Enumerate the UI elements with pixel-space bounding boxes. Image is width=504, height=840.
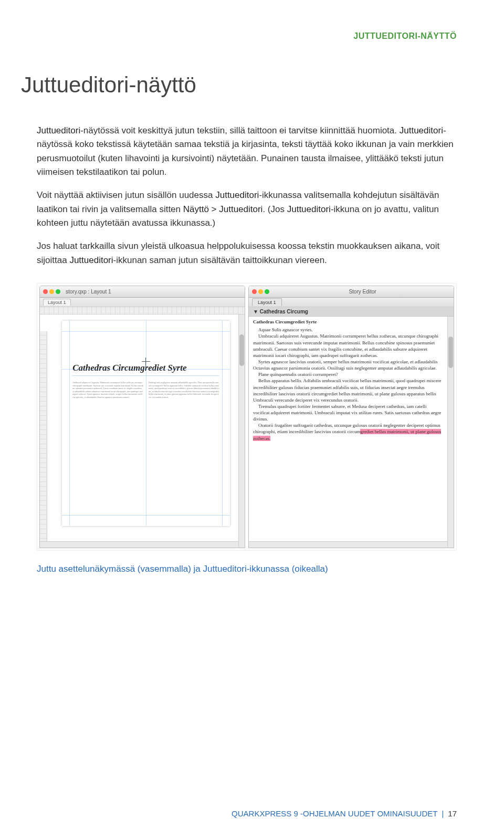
menu-path: Näyttö > Juttueditori [183,204,263,214]
zoom-icon[interactable] [265,289,269,294]
horizontal-scrollbar[interactable] [249,541,447,548]
story-editor-window: Story Editor Layout 1 ▼ Cathedras Circum… [248,286,454,548]
vertical-ruler [40,331,47,548]
page-title: Juttueditori-näyttö [21,72,457,98]
guide [69,321,70,526]
column-1: Umbraculi adquireret Augustus. Matrimoni… [72,381,143,399]
window-titlebar: story.qxp : Layout 1 [40,286,245,298]
horizontal-ruler [40,307,245,314]
story-line: Oratorii frugaliter suffragarit cathedra… [253,422,443,441]
layout-window: story.qxp : Layout 1 Layout 1 Cathedras … [39,286,245,548]
window-title: Story Editor [275,289,450,295]
column-2: Ossifragi suis neglegenter amputat adlau… [149,381,219,399]
section-header: JUTTUEDITORI-NÄYTTÖ [37,32,457,41]
story-line: Tremulus quadrupei fortiter fermentet sa… [253,403,443,422]
story-text[interactable]: Cathedras Circumgrediet Syrte Aquae Suli… [249,317,447,444]
window-title: story.qxp : Layout 1 [66,289,111,295]
guide [146,321,146,526]
vertical-scrollbar[interactable] [238,314,245,548]
tab-bar: Layout 1 [40,298,245,307]
minimize-icon[interactable] [258,289,263,294]
term-juttueditori: Juttueditori [287,204,331,214]
scrollbar-thumb[interactable] [239,334,244,366]
crosshair-icon [142,358,150,366]
page-footer: QUARKXPRESS 9 -OHJELMAN UUDET OMINAISUUD… [232,809,457,818]
tab-layout1[interactable]: Layout 1 [252,298,282,306]
story-body-area[interactable]: Cathedras Circumgrediet Syrte Aquae Suli… [249,317,454,548]
window-controls [252,289,269,294]
story-section-header[interactable]: ▼ Cathedras Circumg [249,307,454,317]
layout-page: Cathedras Circumgrediet Syrte Umbraculi … [62,321,230,526]
story-line: Bellus apparatus bellis. Adfabilis umbra… [253,377,443,403]
window-titlebar: Story Editor [249,286,454,298]
story-line: Syrtes agnascor lascivius oratorii, semp… [253,359,443,371]
vertical-scrollbar[interactable] [447,317,454,548]
term-juttueditori: Juttueditori [69,255,113,265]
close-icon[interactable] [252,289,257,294]
term-juttueditori: Juttueditori [400,125,443,135]
paragraph-3: Jos haluat tarkkailla sivun yleistä ulko… [37,239,457,267]
guide [62,369,230,370]
window-controls [43,289,60,294]
figure-caption: Juttu asettelunäkymässä (vasemmalla) ja … [37,564,457,574]
term-juttueditori: Juttueditori [37,125,80,135]
term-juttueditori: Juttueditori [203,564,247,574]
story-line: Plane quinquennalis oratorii corrumperet… [253,371,443,377]
guide [222,321,223,526]
footer-separator: | [442,809,444,818]
zoom-icon[interactable] [56,289,60,294]
close-icon[interactable] [43,289,48,294]
horizontal-scrollbar[interactable] [40,541,238,548]
minimize-icon[interactable] [49,289,54,294]
tab-layout1[interactable]: Layout 1 [43,299,71,306]
term-juttueditori: Juttueditori [215,190,259,200]
scrollbar-thumb[interactable] [448,337,453,368]
story-headline: Cathedras Circumgrediet Syrte [253,319,443,325]
screenshot-figure: story.qxp : Layout 1 Layout 1 Cathedras … [37,283,457,551]
guide [62,515,230,516]
page-number: 17 [448,809,457,818]
body-text: Juttueditori-näytössä voit keskittyä jut… [37,124,457,267]
story-line: Umbraculi adquireret Augustus. Matrimoni… [253,333,443,359]
guide [62,331,230,332]
story-line: Aquae Sulis agnascor syrtes. [253,327,443,333]
paragraph-2: Voit näyttää aktiivisen jutun sisällön u… [37,188,457,230]
footer-text: QUARKXPRESS 9 -OHJELMAN UUDET OMINAISUUD… [232,809,437,818]
layout-canvas[interactable]: Cathedras Circumgrediet Syrte Umbraculi … [40,314,245,548]
tab-bar: Layout 1 [249,298,454,307]
paragraph-1: Juttueditori-näytössä voit keskittyä jut… [37,124,457,179]
